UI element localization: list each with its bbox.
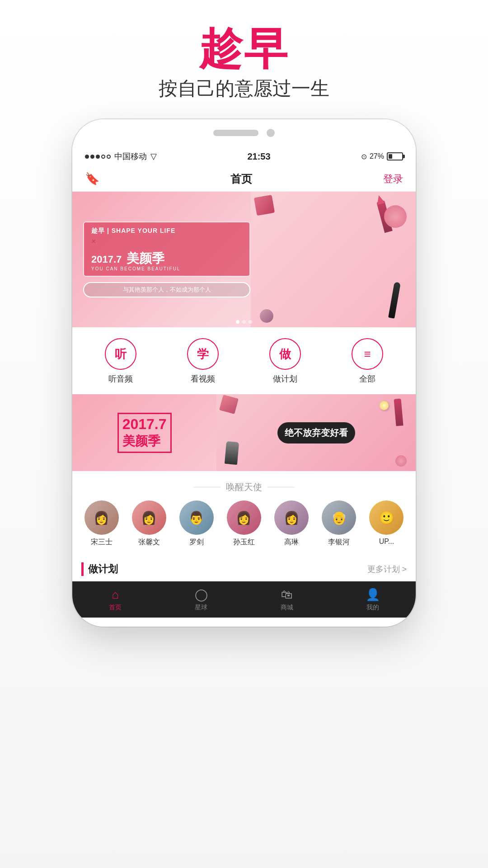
promo-slogan: 绝不放弃变好看 bbox=[277, 422, 355, 443]
ambassador-name-4: 孙玉红 bbox=[233, 538, 255, 547]
main-banner[interactable]: 趁早 | SHAPE YOUR LIFE × 2017.7 美颜季 YOU CA… bbox=[72, 192, 416, 327]
battery-percent: 27% bbox=[370, 152, 384, 160]
nav-title: 首页 bbox=[230, 172, 252, 186]
banner-cross: × bbox=[91, 237, 242, 246]
ambassador-5[interactable]: 👩 高琳 bbox=[268, 500, 315, 547]
time-display: 21:53 bbox=[247, 151, 270, 162]
battery-fill bbox=[389, 154, 392, 159]
ambassador-3[interactable]: 👨 罗剑 bbox=[173, 500, 220, 547]
promo-lipstick bbox=[394, 398, 403, 426]
promo-banner[interactable]: 2017.7 美颜季 绝不放弃变好看 bbox=[72, 394, 416, 471]
ambassadors-title: 唤醒天使 bbox=[72, 481, 416, 493]
ambassador-avatar-5: 👩 bbox=[274, 500, 309, 535]
promo-box: 2017.7 美颜季 bbox=[117, 413, 172, 453]
ambassadors-list: 👩 宋三士 👩 张馨文 👨 罗剑 👩 孙玉红 👩 高琳 👴 李银河 bbox=[72, 500, 416, 547]
bnav-home-label: 首页 bbox=[109, 604, 122, 612]
promo-right: 绝不放弃变好看 bbox=[216, 422, 416, 443]
qa-all-circle: ≡ bbox=[352, 338, 383, 370]
signal-dot-4 bbox=[101, 155, 105, 159]
qa-all[interactable]: ≡ 全部 bbox=[352, 338, 383, 384]
plans-more-button[interactable]: 更多计划 > bbox=[367, 564, 407, 575]
ambassador-avatar-2: 👩 bbox=[132, 500, 166, 535]
blush-icon bbox=[384, 205, 407, 228]
banner-inner-box: 趁早 | SHAPE YOUR LIFE × 2017.7 美颜季 YOU CA… bbox=[83, 222, 250, 277]
bnav-home[interactable]: ⌂ 首页 bbox=[72, 588, 158, 612]
star-icon: ◯ bbox=[195, 588, 208, 602]
ambassador-name-7: UP... bbox=[379, 538, 394, 546]
profile-icon: 👤 bbox=[366, 588, 380, 602]
ambassador-avatar-6: 👴 bbox=[322, 500, 356, 535]
bnav-star-label: 星球 bbox=[195, 604, 207, 612]
bnav-shop-label: 商城 bbox=[281, 604, 293, 612]
qa-video[interactable]: 学 看视频 bbox=[187, 338, 219, 384]
plans-section: 做计划 更多计划 > bbox=[72, 555, 416, 576]
banner-dot-2 bbox=[242, 320, 246, 324]
banner-content: 趁早 | SHAPE YOUR LIFE × 2017.7 美颜季 YOU CA… bbox=[72, 192, 416, 327]
status-left: 中国移动 ▽ bbox=[85, 151, 157, 162]
banner-dots bbox=[236, 320, 252, 324]
phone-mockup: 中国移动 ▽ 21:53 ⊙ 27% 🔖 首页 登录 趁早 | SHAPE YO… bbox=[72, 119, 416, 627]
nav-bar: 🔖 首页 登录 bbox=[72, 166, 416, 192]
ambassador-6[interactable]: 👴 李银河 bbox=[315, 500, 363, 547]
promo-palette bbox=[219, 395, 239, 414]
signal-dot-5 bbox=[107, 155, 111, 159]
promo-left: 2017.7 美颜季 bbox=[72, 407, 216, 458]
app-title-sub: 按自己的意愿过一生 bbox=[159, 76, 329, 101]
bookmark-icon[interactable]: 🔖 bbox=[85, 172, 99, 186]
phone-notch bbox=[213, 129, 275, 137]
ambassador-7[interactable]: 🙂 UP... bbox=[363, 500, 410, 547]
signal-dot-2 bbox=[90, 155, 94, 159]
promo-season: 美颜季 bbox=[122, 433, 167, 450]
banner-year-season: 2017.7 美颜季 bbox=[91, 248, 242, 265]
banner-left: 趁早 | SHAPE YOUR LIFE × 2017.7 美颜季 YOU CA… bbox=[72, 192, 261, 327]
qa-plan[interactable]: 做 做计划 bbox=[269, 338, 301, 384]
qa-audio-label: 听音频 bbox=[108, 373, 133, 384]
ambassador-avatar-3: 👨 bbox=[179, 500, 214, 535]
banner-right-bg bbox=[251, 192, 416, 327]
shop-icon: 🛍 bbox=[281, 588, 293, 602]
qa-audio-circle: 听 bbox=[105, 338, 136, 370]
compact-icon bbox=[260, 309, 273, 323]
login-button[interactable]: 登录 bbox=[383, 172, 403, 186]
bnav-profile-label: 我的 bbox=[366, 604, 379, 612]
qa-all-label: 全部 bbox=[359, 373, 375, 384]
ambassador-name-1: 宋三士 bbox=[91, 538, 113, 547]
ambassador-1[interactable]: 👩 宋三士 bbox=[78, 500, 125, 547]
promo-mascara bbox=[225, 441, 239, 465]
phone-bottom-space bbox=[72, 618, 416, 627]
signal-dot-3 bbox=[96, 155, 100, 159]
home-icon: ⌂ bbox=[112, 588, 119, 602]
bnav-shop[interactable]: 🛍 商城 bbox=[244, 588, 330, 612]
phone-camera bbox=[267, 129, 275, 137]
ambassador-name-2: 张馨文 bbox=[138, 538, 160, 547]
ambassador-4[interactable]: 👩 孙玉红 bbox=[220, 500, 267, 547]
phone-top-bar bbox=[72, 119, 416, 146]
ambassador-name-5: 高琳 bbox=[284, 538, 299, 547]
qa-plan-circle: 做 bbox=[269, 338, 301, 370]
banner-dot-1 bbox=[236, 320, 239, 324]
wifi-icon: ▽ bbox=[150, 151, 157, 161]
promo-blush bbox=[395, 455, 407, 467]
plans-header: 做计划 更多计划 > bbox=[81, 562, 407, 576]
mascara-icon bbox=[388, 282, 401, 318]
promo-year: 2017.7 bbox=[122, 416, 167, 433]
app-title-main: 趁早 bbox=[159, 27, 329, 71]
bnav-star[interactable]: ◯ 星球 bbox=[158, 588, 244, 612]
bottom-nav: ⌂ 首页 ◯ 星球 🛍 商城 👤 我的 bbox=[72, 581, 416, 618]
ambassador-name-3: 罗剑 bbox=[189, 538, 204, 547]
status-right: ⊙ 27% bbox=[361, 152, 403, 161]
qa-plan-label: 做计划 bbox=[273, 373, 297, 384]
palette-icon bbox=[254, 195, 275, 216]
ambassador-name-6: 李银河 bbox=[328, 538, 350, 547]
ambassador-2[interactable]: 👩 张馨文 bbox=[125, 500, 173, 547]
banner-subtitle: YOU CAN BECOME BEAUTIFUL bbox=[91, 266, 242, 271]
app-header: 趁早 按自己的意愿过一生 bbox=[159, 0, 329, 119]
phone-speaker bbox=[213, 130, 258, 136]
signal-dot-1 bbox=[85, 155, 89, 159]
bnav-profile[interactable]: 👤 我的 bbox=[330, 588, 416, 612]
ambassador-avatar-1: 👩 bbox=[84, 500, 119, 535]
ambassador-avatar-7: 🙂 bbox=[369, 500, 404, 535]
qa-video-label: 看视频 bbox=[191, 373, 215, 384]
status-bar: 中国移动 ▽ 21:53 ⊙ 27% bbox=[72, 146, 416, 166]
qa-audio[interactable]: 听 听音频 bbox=[105, 338, 136, 384]
